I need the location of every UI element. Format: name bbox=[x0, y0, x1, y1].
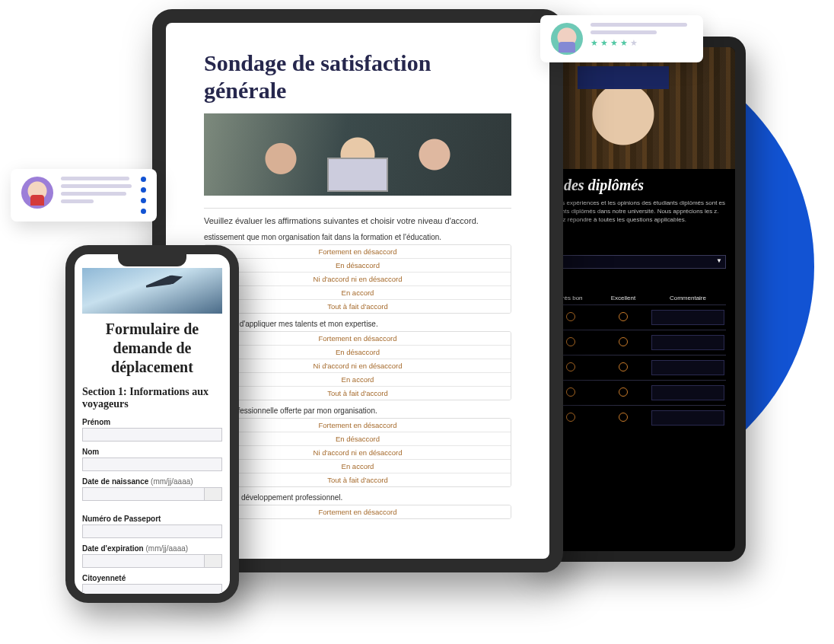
input-passeport[interactable] bbox=[82, 524, 222, 538]
comment-input[interactable] bbox=[651, 335, 724, 350]
input-date-naissance[interactable] bbox=[82, 487, 222, 501]
travel-form-screen: Formulaire de demande de déplacement Sec… bbox=[75, 254, 230, 594]
likert-option[interactable]: En désaccord bbox=[205, 258, 511, 272]
phone-notch bbox=[118, 254, 186, 266]
likert-option[interactable]: En accord bbox=[205, 372, 511, 386]
likert-group-1: Fortement en désaccord En désaccord Ni d… bbox=[204, 244, 511, 314]
radio-tres-bon[interactable] bbox=[566, 413, 575, 422]
likert-option[interactable]: Ni d'accord ni en désaccord bbox=[205, 272, 511, 285]
travel-form-title: Formulaire de demande de déplacement bbox=[82, 320, 222, 377]
survey-hero-image bbox=[204, 113, 511, 196]
likert-option[interactable]: Ni d'accord ni en désaccord bbox=[205, 359, 511, 372]
likert-option[interactable]: En accord bbox=[205, 285, 511, 299]
input-prenom[interactable] bbox=[82, 428, 222, 442]
star-icon: ★ bbox=[610, 38, 618, 48]
testimonial-card-left bbox=[11, 169, 157, 222]
comment-input[interactable] bbox=[651, 310, 724, 325]
radio-excellent[interactable] bbox=[619, 312, 628, 321]
comment-input[interactable] bbox=[651, 360, 724, 375]
survey-question-3: nation professionnelle offerte par mon o… bbox=[204, 406, 511, 415]
graduate-survey-screen: tie des diplômés ire. Les expériences et… bbox=[536, 47, 735, 551]
input-citoyennete[interactable] bbox=[82, 584, 222, 594]
avatar-icon bbox=[21, 177, 53, 209]
comment-input[interactable] bbox=[651, 410, 724, 426]
radio-tres-bon[interactable] bbox=[566, 337, 575, 346]
travel-hero-image bbox=[82, 268, 222, 314]
likert-option[interactable]: En désaccord bbox=[205, 432, 511, 445]
likert-option[interactable]: Fortement en désaccord bbox=[205, 505, 511, 518]
label-prenom: Prénom bbox=[82, 418, 222, 426]
matrix-row bbox=[545, 405, 726, 430]
likert-group-3: Fortement en désaccord En désaccord Ni d… bbox=[204, 418, 511, 487]
likert-option[interactable]: Tout à fait d'accord bbox=[205, 386, 511, 400]
survey-question-1: estissement que mon organisation fait da… bbox=[204, 233, 511, 241]
survey-question-4: liée à mon développement professionnel. bbox=[204, 493, 511, 502]
testimonial-card-right: ★ ★ ★ ★ ★ bbox=[540, 15, 703, 62]
survey-title: Sondage de satisfaction générale bbox=[204, 49, 511, 104]
likert-group-4: Fortement en désaccord bbox=[204, 505, 511, 519]
section-1-heading: Section 1: Informations aux voyageurs bbox=[82, 386, 222, 410]
label-passeport: Numéro de Passeport bbox=[82, 515, 222, 523]
survey-intro-text: Veuillez évaluer les affirmations suivan… bbox=[204, 216, 511, 225]
graduate-survey-description: ire. Les expériences et les opinions des… bbox=[545, 199, 726, 225]
bullet-dots bbox=[141, 177, 146, 214]
likert-option[interactable]: Fortement en désaccord bbox=[205, 245, 511, 258]
col-commentaire: Commentaire bbox=[650, 292, 726, 305]
label-expiration: Date d'expiration (mm/jj/aaaa) bbox=[82, 544, 222, 553]
star-rating: ★ ★ ★ ★ ★ bbox=[590, 38, 692, 48]
placeholder-lines: ★ ★ ★ ★ ★ bbox=[590, 23, 692, 55]
star-icon: ★ bbox=[600, 38, 608, 48]
label-citoyennete: Citoyenneté bbox=[82, 574, 222, 582]
phone-frame: Formulaire de demande de déplacement Sec… bbox=[65, 245, 239, 603]
matrix-row bbox=[545, 304, 726, 330]
rating-matrix-table: Très bon Excellent Commentaire bbox=[545, 292, 726, 430]
input-nom[interactable] bbox=[82, 457, 222, 471]
radio-excellent[interactable] bbox=[619, 362, 628, 371]
radio-excellent[interactable] bbox=[619, 387, 628, 397]
radio-tres-bon[interactable] bbox=[566, 362, 575, 371]
star-icon: ★ bbox=[620, 38, 628, 48]
col-excellent: Excellent bbox=[597, 292, 650, 305]
placeholder-lines bbox=[61, 177, 133, 214]
divider bbox=[204, 208, 511, 209]
likert-option[interactable]: Fortement en désaccord bbox=[205, 332, 511, 345]
likert-option[interactable]: Ni d'accord ni en désaccord bbox=[205, 445, 511, 459]
graduate-dropdown[interactable] bbox=[545, 255, 726, 269]
likert-option[interactable]: Tout à fait d'accord bbox=[205, 299, 511, 313]
input-expiration[interactable] bbox=[82, 554, 222, 568]
calendar-icon bbox=[209, 489, 218, 498]
matrix-row bbox=[545, 380, 726, 405]
graduate-survey-title: tie des diplômés bbox=[545, 177, 726, 194]
graduate-hero-image bbox=[536, 47, 735, 169]
matrix-row bbox=[545, 355, 726, 380]
airplane-icon bbox=[145, 273, 183, 292]
calendar-icon bbox=[209, 556, 218, 565]
comment-input[interactable] bbox=[651, 385, 724, 400]
radio-excellent[interactable] bbox=[619, 413, 628, 422]
likert-option[interactable]: En désaccord bbox=[205, 345, 511, 359]
label-nom: Nom bbox=[82, 448, 222, 456]
avatar-icon bbox=[551, 23, 583, 55]
star-icon: ★ bbox=[590, 38, 598, 48]
likert-group-2: Fortement en désaccord En désaccord Ni d… bbox=[204, 331, 511, 400]
radio-excellent[interactable] bbox=[619, 337, 628, 346]
label-date-naissance: Date de naissance (mm/jj/aaaa) bbox=[82, 477, 222, 486]
likert-option[interactable]: Fortement en désaccord bbox=[205, 419, 511, 432]
star-icon: ★ bbox=[630, 38, 638, 48]
survey-question-2: possibilité d'appliquer mes talents et m… bbox=[204, 320, 511, 328]
likert-option[interactable]: Tout à fait d'accord bbox=[205, 473, 511, 486]
radio-tres-bon[interactable] bbox=[566, 312, 575, 321]
matrix-row bbox=[545, 330, 726, 355]
likert-option[interactable]: En accord bbox=[205, 459, 511, 473]
radio-tres-bon[interactable] bbox=[566, 387, 575, 397]
